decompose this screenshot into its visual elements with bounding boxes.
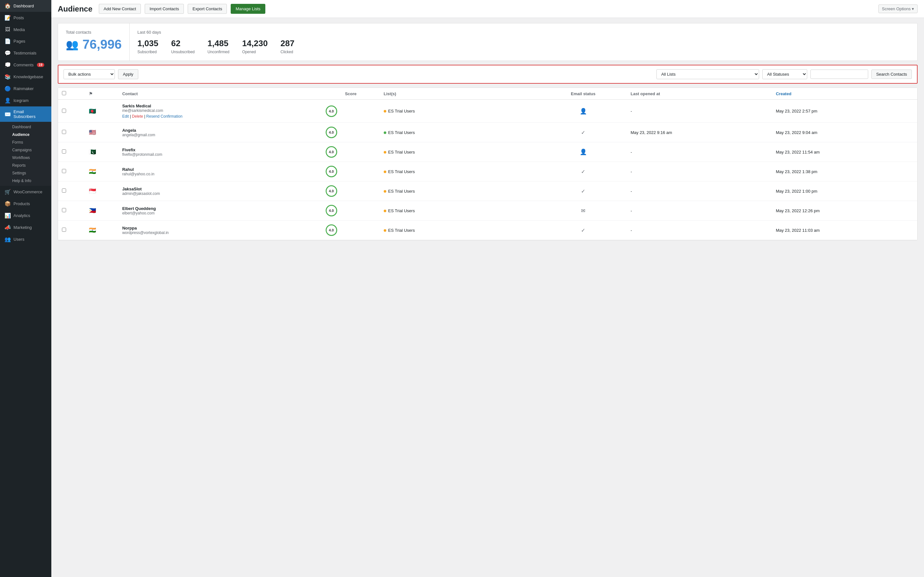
sidebar-item-users[interactable]: 👥 Users xyxy=(0,234,51,245)
list-dot-icon xyxy=(384,110,386,113)
sidebar-item-dashboard[interactable]: 🏠 Dashboard xyxy=(0,0,51,12)
sidebar-sub-audience[interactable]: Audience xyxy=(9,131,51,139)
export-contacts-button[interactable]: Export Contacts xyxy=(188,4,227,14)
row-checkbox[interactable] xyxy=(62,130,66,134)
sidebar-item-media[interactable]: 🖼 Media xyxy=(0,24,51,35)
edit-link[interactable]: Edit xyxy=(122,114,129,119)
search-contacts-button[interactable]: Search Contacts xyxy=(871,69,912,79)
contact-info: Sarkis Medical me@sarkismedical.com Edit… xyxy=(118,100,322,123)
sidebar-sub-es-dashboard[interactable]: Dashboard xyxy=(9,123,51,131)
email-subscribers-submenu: Dashboard Audience Forms Campaigns Workf… xyxy=(0,122,51,186)
contacts-icon: 👥 xyxy=(66,39,79,51)
contact-created: May 23, 2022 9:04 am xyxy=(772,123,917,142)
import-contacts-button[interactable]: Import Contacts xyxy=(145,4,184,14)
opened-stat: 14,230 Opened xyxy=(242,39,268,54)
table-row: 🇵🇭 Elbert Queddeng elbert@yahoo.com Edit… xyxy=(58,201,917,221)
contact-lists: ES Trial Users xyxy=(380,201,540,221)
score-circle: 4.0 xyxy=(326,127,337,138)
contact-lists: ES Trial Users xyxy=(380,221,540,240)
unconfirmed-icon: 👤 xyxy=(580,149,587,155)
contact-last-opened: - xyxy=(627,100,772,123)
sidebar-sub-settings[interactable]: Settings xyxy=(9,169,51,177)
apply-button[interactable]: Apply xyxy=(118,69,138,79)
table-row: 🇵🇰 Fivefix fivefix@protonmail.com Edit |… xyxy=(58,142,917,162)
contact-name[interactable]: Norppa xyxy=(122,226,318,230)
row-checkbox[interactable] xyxy=(62,149,66,153)
resend-link[interactable]: Resend Confirmation xyxy=(146,114,183,119)
col-lists: List(s) xyxy=(380,88,540,100)
row-checkbox[interactable] xyxy=(62,169,66,173)
score-circle: 4.0 xyxy=(326,224,337,236)
sidebar-item-icegram[interactable]: 👤 Icegram xyxy=(0,95,51,106)
contact-flag: 🇵🇰 xyxy=(85,142,118,162)
row-checkbox[interactable] xyxy=(62,189,66,193)
total-contacts-stat: Total contacts 👥 76,996 xyxy=(58,23,129,61)
score-circle: 4.0 xyxy=(326,105,337,117)
sidebar-sub-reports[interactable]: Reports xyxy=(9,161,51,169)
list-filter-select[interactable]: All Lists ES Trial Users xyxy=(656,69,759,79)
bulk-actions-select[interactable]: Bulk actions Delete Unsubscribe xyxy=(63,69,115,79)
sidebar-item-pages[interactable]: 📄 Pages xyxy=(0,35,51,47)
status-filter-select[interactable]: All Statuses Subscribed Unsubscribed Unc… xyxy=(762,69,807,79)
contact-last-opened: - xyxy=(627,162,772,181)
sidebar-item-products[interactable]: 📦 Products xyxy=(0,198,51,210)
col-created[interactable]: Created xyxy=(772,88,917,100)
sidebar-item-knowledgebase[interactable]: 📚 Knowledgebase xyxy=(0,71,51,83)
sidebar-item-email-subscribers[interactable]: ✉️ Email Subscribers xyxy=(0,106,51,122)
sidebar-sub-campaigns[interactable]: Campaigns xyxy=(9,146,51,154)
sidebar-sub-forms[interactable]: Forms xyxy=(9,139,51,146)
sidebar-item-rainmaker[interactable]: 🔵 Rainmaker xyxy=(0,83,51,95)
sidebar-sub-workflows[interactable]: Workflows xyxy=(9,154,51,161)
search-contacts-input[interactable] xyxy=(811,69,868,79)
row-checkbox[interactable] xyxy=(62,208,66,212)
contact-email: fivefix@protonmail.com xyxy=(122,152,318,157)
contact-score: 4.0 xyxy=(322,201,380,221)
sidebar-item-comments[interactable]: 💭 Comments 19 xyxy=(0,59,51,71)
contact-last-opened: - xyxy=(627,181,772,201)
contact-flag: 🇮🇳 xyxy=(85,162,118,181)
contact-lists: ES Trial Users xyxy=(380,142,540,162)
col-contact: Contact xyxy=(118,88,322,100)
contact-name[interactable]: Elbert Queddeng xyxy=(122,206,318,211)
sidebar-item-label: Email Subscribers xyxy=(13,109,47,119)
contact-email: wordpress@vortexglobal.in xyxy=(122,230,318,235)
sidebar-item-posts[interactable]: 📝 Posts xyxy=(0,12,51,24)
contact-flag: 🇺🇸 xyxy=(85,123,118,142)
page-title: Audience xyxy=(58,5,92,13)
row-checkbox[interactable] xyxy=(62,227,66,232)
delete-link[interactable]: Delete xyxy=(132,114,143,119)
contact-name[interactable]: Fivefix xyxy=(122,147,318,152)
sidebar-item-label: Knowledgebase xyxy=(13,74,43,79)
contact-score: 4.0 xyxy=(322,181,380,201)
sidebar-item-analytics[interactable]: 📊 Analytics xyxy=(0,210,51,221)
sidebar-item-testimonials[interactable]: 💬 Testimonials xyxy=(0,47,51,59)
contact-created: May 23, 2022 1:00 pm xyxy=(772,181,917,201)
unconfirmed-stat: 1,485 Unconfirmed xyxy=(208,39,229,54)
unconfirmed-label: Unconfirmed xyxy=(208,50,229,54)
sidebar-item-marketing[interactable]: 📣 Marketing xyxy=(0,221,51,234)
contact-email: angela@gmail.com xyxy=(122,133,318,137)
list-dot-icon xyxy=(384,171,386,173)
contact-name[interactable]: Rahul xyxy=(122,167,318,172)
add-contact-button[interactable]: Add New Contact xyxy=(99,4,141,14)
sidebar-sub-help[interactable]: Help & Info xyxy=(9,177,51,185)
manage-lists-button[interactable]: Manage Lists xyxy=(231,4,265,14)
contact-name[interactable]: Sarkis Medical xyxy=(122,103,318,108)
select-all-checkbox[interactable] xyxy=(62,91,66,95)
sidebar-item-woocommerce[interactable]: 🛒 WooCommerce xyxy=(0,186,51,198)
contact-name[interactable]: Angela xyxy=(122,128,318,133)
screen-options-button[interactable]: Screen Options ▾ xyxy=(879,5,918,13)
confirmed-icon: ✓ xyxy=(581,169,585,174)
contact-flag: 🇵🇭 xyxy=(85,201,118,221)
score-circle: 4.0 xyxy=(326,185,337,197)
contact-score: 4.0 xyxy=(322,162,380,181)
row-checkbox[interactable] xyxy=(62,109,66,113)
sidebar-item-label: Analytics xyxy=(13,213,30,218)
score-circle: 4.0 xyxy=(326,146,337,158)
sidebar-item-label: Marketing xyxy=(13,225,32,230)
sidebar-item-label: Posts xyxy=(13,15,24,20)
contact-score: 4.0 xyxy=(322,221,380,240)
contact-created: May 23, 2022 12:26 pm xyxy=(772,201,917,221)
contact-email-status: ✓ xyxy=(540,221,627,240)
contact-name[interactable]: JaksaSlot xyxy=(122,187,318,191)
